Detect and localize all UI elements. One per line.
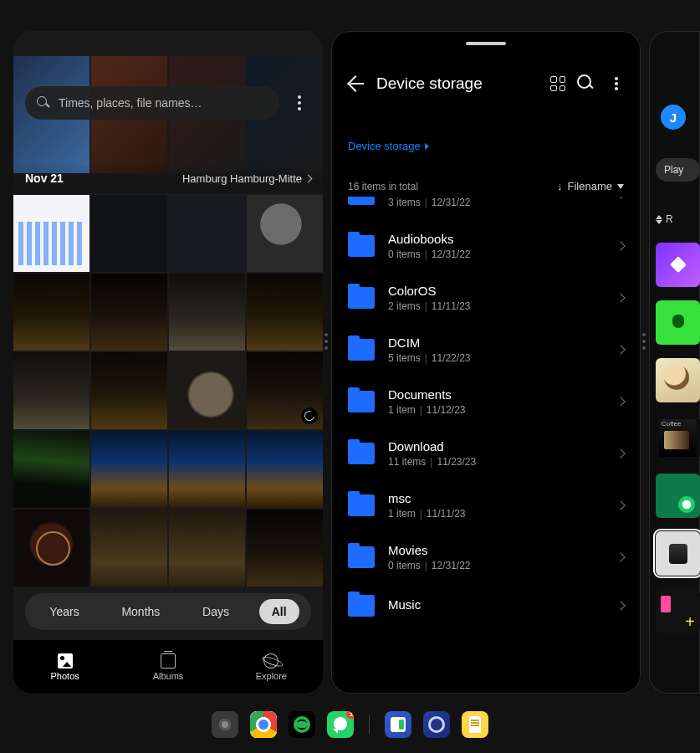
photo-thumb[interactable] <box>169 510 245 587</box>
sort-button[interactable]: ↓ Filename <box>557 180 624 192</box>
folder-row[interactable]: Audiobooks 0 items|12/31/22 <box>331 220 641 272</box>
folder-meta: 1 item|11/11/23 <box>388 508 604 520</box>
photo-thumb[interactable] <box>247 352 323 429</box>
search-button[interactable] <box>577 74 595 93</box>
nav-photos[interactable]: Photos <box>13 640 116 694</box>
lens-icon <box>301 407 318 424</box>
avatar[interactable]: J <box>661 105 686 130</box>
photo-thumb[interactable] <box>13 274 89 351</box>
playlist-tile[interactable] <box>656 300 700 345</box>
folder-name: DCIM <box>388 336 604 350</box>
folder-row[interactable]: Movies 0 items|12/31/22 <box>331 531 641 583</box>
chevron-right-icon <box>616 601 625 610</box>
notes-app-icon[interactable] <box>385 711 411 738</box>
camera-app-icon[interactable] <box>212 711 238 738</box>
explore-icon <box>262 651 281 670</box>
nav-explore[interactable]: Explore <box>220 640 323 694</box>
photo-thumb[interactable] <box>91 195 167 272</box>
folder-meta: 11 items|11/23/23 <box>388 456 604 468</box>
third-app-card[interactable]: J Play R Coffee <box>649 31 700 694</box>
date-location-row[interactable]: Nov 21 Hamburg Hamburg-Mitte <box>13 163 323 193</box>
folder-icon <box>348 546 375 568</box>
photos-app-card[interactable]: Times, places, file names… Nov 21 Hambur… <box>13 31 323 694</box>
chevron-right-icon <box>616 500 625 510</box>
chevron-right-icon <box>616 448 625 458</box>
photo-thumb[interactable] <box>13 510 89 587</box>
playlist-tile[interactable]: Coffee <box>656 416 700 460</box>
folder-meta: 0 items|12/31/22 <box>388 248 604 260</box>
chevron-right-icon <box>616 241 625 250</box>
folder-row[interactable]: Music <box>331 583 641 628</box>
back-button[interactable] <box>346 74 365 93</box>
sort-button[interactable]: R <box>656 213 673 225</box>
chip-days[interactable]: Days <box>190 599 242 624</box>
folder-meta: 1 item|11/12/23 <box>388 404 604 416</box>
bottom-nav: Photos Albums Explore <box>13 640 323 694</box>
playlist-tile[interactable] <box>656 474 700 518</box>
search-icon <box>37 96 50 110</box>
chip-years[interactable]: Years <box>37 599 91 624</box>
play-chip[interactable]: Play <box>656 158 700 182</box>
photo-thumb[interactable] <box>169 431 245 508</box>
folder-icon <box>348 287 375 309</box>
photo-thumb[interactable] <box>91 274 167 351</box>
photo-thumb[interactable] <box>13 195 89 272</box>
photo-thumb[interactable] <box>169 352 245 429</box>
files-app-card[interactable]: Device storage Device storage 16 items i… <box>331 31 641 694</box>
resize-handle[interactable] <box>324 333 328 350</box>
item-count: 16 items in total <box>348 181 418 192</box>
folder-icon <box>348 494 375 516</box>
playlist-tile[interactable] <box>656 358 700 402</box>
more-options-button[interactable] <box>288 95 311 110</box>
photo-thumb[interactable] <box>13 431 89 508</box>
spotify-app-icon[interactable] <box>289 711 315 738</box>
albums-icon <box>161 653 176 668</box>
photo-thumb[interactable] <box>169 274 245 351</box>
drag-handle[interactable] <box>466 42 506 45</box>
docs-app-icon[interactable] <box>462 711 488 738</box>
photo-thumb[interactable] <box>169 195 245 272</box>
nav-albums[interactable]: Albums <box>116 640 219 694</box>
whatsapp-app-icon[interactable]: 1 <box>327 711 354 738</box>
playlist-tile[interactable] <box>656 243 700 287</box>
folder-row[interactable]: Android 3 items|12/31/22 <box>331 197 641 220</box>
folder-name: Movies <box>388 543 604 557</box>
search-input[interactable]: Times, places, file names… <box>25 86 279 120</box>
folder-icon <box>348 443 375 464</box>
photo-thumb[interactable] <box>247 274 323 351</box>
chrome-app-icon[interactable] <box>250 711 277 738</box>
folder-row[interactable]: DCIM 5 items|11/22/23 <box>331 324 641 376</box>
folder-row[interactable]: msc 1 item|11/11/23 <box>331 479 641 531</box>
folder-row[interactable]: ColorOS 2 items|11/11/23 <box>331 272 641 324</box>
folder-list[interactable]: Android 3 items|12/31/22 Audiobooks 0 it… <box>331 197 641 694</box>
photo-thumb[interactable] <box>247 510 323 587</box>
breadcrumb[interactable]: Device storage <box>348 140 429 152</box>
chip-all[interactable]: All <box>259 599 299 624</box>
playlist-tile[interactable] <box>656 589 700 633</box>
settings-app-icon[interactable] <box>423 711 450 738</box>
more-options-button[interactable] <box>607 77 626 90</box>
playlist-tile[interactable] <box>656 531 700 576</box>
folder-row[interactable]: Download 11 items|11/23/23 <box>331 428 641 479</box>
photo-thumb[interactable] <box>91 510 167 587</box>
view-grid-button[interactable] <box>550 76 565 91</box>
photo-thumb[interactable] <box>91 352 167 429</box>
search-placeholder: Times, places, file names… <box>59 96 202 110</box>
folder-icon <box>348 595 375 617</box>
photo-thumb[interactable] <box>91 431 167 508</box>
app-dock: 1 <box>0 704 700 745</box>
photo-thumb[interactable] <box>247 195 323 272</box>
folder-meta: 5 items|11/22/23 <box>388 352 604 364</box>
chevron-right-icon <box>304 174 313 182</box>
photo-thumb[interactable] <box>13 352 89 429</box>
chevron-right-icon <box>616 397 625 406</box>
sort-icon <box>656 215 662 224</box>
folder-row[interactable]: Documents 1 item|11/12/23 <box>331 376 641 428</box>
chip-months[interactable]: Months <box>109 599 172 624</box>
photo-thumb[interactable] <box>247 431 323 508</box>
resize-handle[interactable] <box>642 333 646 350</box>
folder-name: Audiobooks <box>388 232 604 246</box>
time-chip-bar: Years Months Days All <box>25 593 311 630</box>
photo-grid <box>13 195 323 640</box>
page-title: Device storage <box>376 74 539 93</box>
